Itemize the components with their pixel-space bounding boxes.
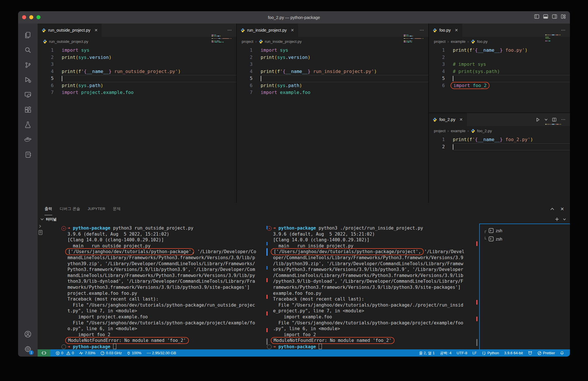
traffic-lights[interactable] <box>22 15 40 19</box>
status-item-0[interactable]: 00 <box>53 351 76 355</box>
code-editor-foo2[interactable]: 1print(f'{__name__} foo_2.py')2 <box>429 135 570 203</box>
customize-layout-icon[interactable] <box>561 14 566 19</box>
status-item-prettier[interactable]: Prettier <box>535 351 558 355</box>
tab-foo2[interactable]: foo_2.py ✕ <box>429 113 467 126</box>
docker-icon[interactable] <box>21 132 35 147</box>
code-line[interactable]: 6print(sys.path) <box>38 82 236 89</box>
code-line[interactable]: 4print(f'{__name__} run_outside_project.… <box>38 68 236 75</box>
toggle-panel-icon[interactable] <box>543 14 548 19</box>
terminal-tabs-list[interactable]: ┌zsh└zsh <box>479 224 570 349</box>
panel-tab-디버그 콘솔[interactable]: 디버그 콘솔 <box>60 203 80 215</box>
run-dropdown-chevron-icon[interactable] <box>545 119 548 121</box>
breadcrumb-item[interactable]: foo_2.py <box>477 129 492 133</box>
panel-tab-출력[interactable]: 출력 <box>45 203 52 215</box>
source-control-icon[interactable] <box>21 57 35 72</box>
code-editor-foo[interactable]: 1print(f'{__name__} foo.py')23# import s… <box>429 46 570 113</box>
code-line[interactable]: 1import sys <box>38 47 236 54</box>
terminal-dropdown-icon[interactable] <box>563 218 566 220</box>
minimap[interactable] <box>545 34 567 42</box>
code-editor-inside[interactable]: 1import sys2print(sys.version)34print(f'… <box>237 46 429 203</box>
split-editor-icon[interactable] <box>552 118 556 122</box>
code-line[interactable]: 6print(sys.path) <box>237 82 429 89</box>
minimap[interactable] <box>545 124 567 126</box>
status-item-0-03-ghz[interactable]: 0.03 GHz <box>98 351 124 355</box>
close-tab-icon[interactable]: ✕ <box>291 28 294 32</box>
code-line[interactable]: 5 <box>38 75 236 82</box>
close-panel-icon[interactable]: ✕ <box>560 206 564 212</box>
code-line[interactable]: 2 <box>429 143 570 151</box>
status-item[interactable] <box>525 351 535 355</box>
toggle-secondary-sidebar-icon[interactable] <box>552 14 557 19</box>
close-tab-icon[interactable]: ✕ <box>94 28 98 32</box>
terminal-right[interactable]: ✕➜ python-package python3 ./project/run_… <box>273 225 465 349</box>
status-item-2-95-32-00-gb[interactable]: 2.95/32.00 GB <box>144 351 179 355</box>
code-line[interactable]: 7import project.example.foo <box>38 89 236 96</box>
breadcrumb-item[interactable]: project <box>434 129 446 133</box>
remote-indicator[interactable] <box>38 349 50 357</box>
code-line[interactable]: 5 <box>237 75 429 82</box>
status-item--4[interactable]: 공백: 4 <box>437 351 454 356</box>
code-line[interactable]: 1import sys <box>237 47 429 54</box>
code-line[interactable]: 1print(f'{__name__} foo_2.py') <box>429 136 570 143</box>
status-item-lf[interactable]: LF <box>470 351 479 355</box>
close-tab-icon[interactable]: ✕ <box>459 117 463 122</box>
code-line[interactable]: 2 <box>429 54 570 61</box>
code-line[interactable]: 3 <box>237 61 429 68</box>
notebook-icon[interactable] <box>21 147 35 162</box>
tab-run-inside-project[interactable]: run_inside_project.py ✕ <box>237 24 298 37</box>
breadcrumb[interactable]: run_outside_project.py <box>38 37 236 46</box>
panel-expand-chevron-icon[interactable] <box>38 225 42 228</box>
breadcrumb[interactable]: project›example›foo_2.py <box>429 126 570 135</box>
tab-foo[interactable]: foo.py ✕ <box>429 24 462 37</box>
breadcrumb-item[interactable]: project <box>434 39 446 44</box>
code-line[interactable]: 6import foo_2 <box>429 82 570 89</box>
tab-run-outside-project[interactable]: run_outside_project.py ✕ <box>38 24 102 37</box>
terminal-section-header[interactable]: 터미널 <box>38 215 570 224</box>
account-icon[interactable] <box>21 327 35 342</box>
zoom-window-button[interactable] <box>36 15 40 19</box>
breadcrumb-item[interactable]: example <box>451 129 465 133</box>
close-tab-icon[interactable]: ✕ <box>455 28 458 32</box>
code-line[interactable]: 7import example.foo <box>237 89 429 96</box>
run-debug-icon[interactable] <box>21 72 35 87</box>
more-actions-icon[interactable]: ⋯ <box>561 117 565 122</box>
maximize-panel-icon[interactable] <box>550 208 554 210</box>
terminal-list-item[interactable]: └zsh <box>480 235 570 243</box>
more-actions-icon[interactable]: ⋯ <box>227 28 232 33</box>
minimap[interactable] <box>404 34 425 43</box>
terminal-left[interactable]: ✕➜ python-package python3 run_outside_pr… <box>67 225 257 349</box>
minimap[interactable] <box>212 34 233 43</box>
testing-icon[interactable] <box>21 117 35 132</box>
breadcrumb[interactable]: project›run_inside_project.py <box>237 37 429 46</box>
breadcrumb-item[interactable]: project <box>242 39 254 44</box>
search-icon[interactable] <box>21 43 35 57</box>
code-line[interactable]: 2print(sys.version) <box>237 54 429 61</box>
extensions-icon[interactable] <box>21 102 35 117</box>
breadcrumb-item[interactable]: run_outside_project.py <box>49 39 88 44</box>
code-line[interactable]: 5 <box>429 75 570 82</box>
status-item[interactable] <box>558 351 566 355</box>
run-python-file-icon[interactable] <box>536 118 540 122</box>
panel-tab-JUPYTER[interactable]: JUPYTER <box>88 203 105 215</box>
breadcrumb-item[interactable]: foo.py <box>477 39 488 44</box>
panel-tab-문제[interactable]: 문제 <box>113 203 121 215</box>
code-line[interactable]: 4print(f'{__name__} run_inside_project.p… <box>237 68 429 75</box>
status-item-3-9-6-64-bit[interactable]: 3.9.6 64-bit <box>502 351 525 355</box>
status-item-utf-8[interactable]: UTF-8 <box>454 351 470 355</box>
more-actions-icon[interactable]: ⋯ <box>419 28 424 33</box>
breadcrumb-item[interactable]: run_inside_project.py <box>265 39 302 44</box>
settings-gear-icon[interactable]: 1 <box>21 342 35 357</box>
code-line[interactable]: 4# print(sys.path) <box>429 68 570 75</box>
more-actions-icon[interactable]: ⋯ <box>561 28 565 33</box>
status-item-python[interactable]: Python <box>479 351 502 355</box>
status-item--2-1[interactable]: 줄 2, 열 1 <box>416 351 437 356</box>
code-line[interactable]: 1print(f'{__name__} foo.py') <box>429 47 570 54</box>
code-editor-outside[interactable]: 1import sys2print(sys.version)34print(f'… <box>38 46 236 203</box>
new-terminal-icon[interactable] <box>555 217 559 221</box>
output-log-icon[interactable] <box>38 230 43 235</box>
breadcrumb-item[interactable]: example <box>451 39 465 44</box>
code-line[interactable]: 2print(sys.version) <box>38 54 236 61</box>
remote-explorer-icon[interactable] <box>21 87 35 102</box>
minimize-window-button[interactable] <box>29 15 33 19</box>
terminal-list-item[interactable]: ┌zsh <box>480 226 570 235</box>
